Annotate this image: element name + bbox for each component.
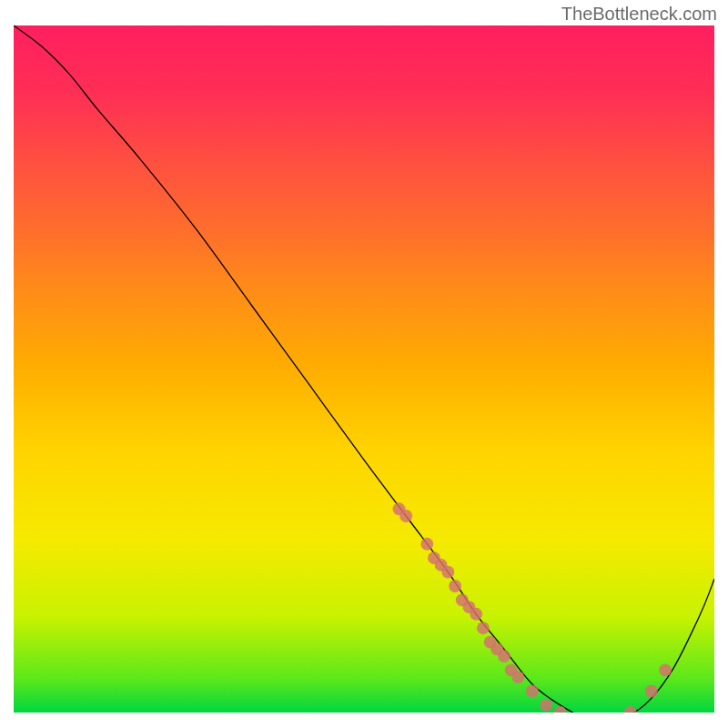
data-point: [498, 650, 511, 662]
data-point: [645, 685, 658, 698]
data-point: [554, 706, 567, 713]
data-point: [420, 538, 433, 551]
plot-area: [14, 25, 714, 713]
data-point: [526, 685, 539, 698]
data-point: [624, 706, 637, 713]
data-point: [399, 510, 412, 522]
data-point: [449, 580, 461, 592]
chart-svg: [14, 25, 714, 713]
data-point: [540, 699, 552, 712]
watermark-text: TheBottleneck.com: [561, 4, 717, 25]
data-point: [511, 671, 524, 683]
data-point: [659, 663, 672, 676]
data-point: [441, 566, 454, 579]
scatter-group: [393, 502, 672, 713]
data-point: [477, 622, 490, 634]
bottleneck-curve: [14, 25, 714, 713]
chart-root: TheBottleneck.com: [0, 0, 728, 728]
data-point: [470, 608, 482, 621]
